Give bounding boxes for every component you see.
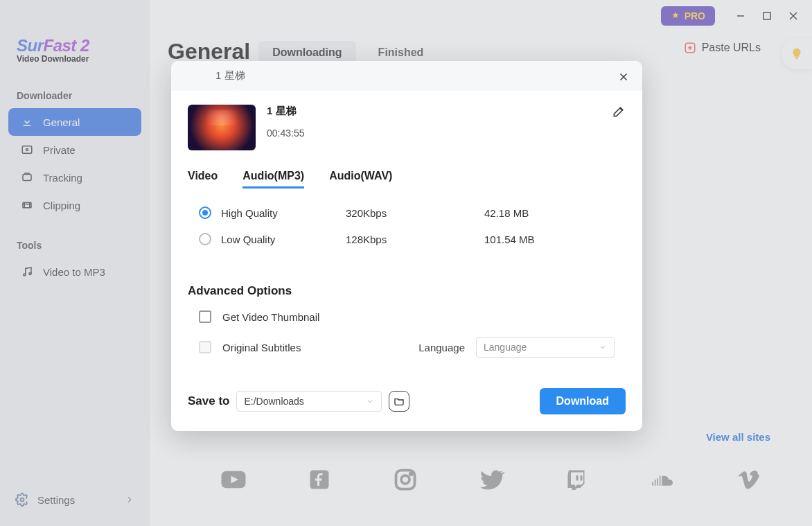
- language-label: Language: [418, 342, 465, 353]
- svg-point-6: [21, 498, 24, 502]
- advanced-options-title: Advanced Options: [171, 273, 642, 304]
- format-tabs: Video Audio(MP3) Audio(WAV): [171, 157, 642, 193]
- twitch-icon[interactable]: [563, 465, 592, 494]
- option-get-thumbnail[interactable]: Get Video Thumbnail: [171, 304, 642, 330]
- vimeo-icon[interactable]: [734, 465, 764, 494]
- view-all-sites-link[interactable]: View all sites: [706, 431, 770, 443]
- radio-unselected-icon: [199, 233, 211, 245]
- svg-point-13: [410, 473, 412, 475]
- modal-close-button[interactable]: [615, 68, 633, 86]
- site-row: [219, 465, 764, 494]
- sidebar-item-general[interactable]: General: [8, 108, 141, 136]
- save-row: Save to E:/Downloads Download: [171, 365, 642, 431]
- download-icon: [21, 116, 33, 128]
- edit-title-button[interactable]: [612, 105, 626, 119]
- svg-rect-2: [23, 175, 31, 181]
- sidebar-item-label: Tracking: [43, 172, 82, 184]
- logo-subtitle: Video Downloader: [17, 54, 133, 64]
- quality-size: 101.54 MB: [484, 234, 615, 245]
- twitter-icon[interactable]: [477, 465, 506, 494]
- bulb-icon: [789, 46, 804, 62]
- language-select[interactable]: Language: [476, 337, 615, 358]
- sidebar-item-label: Private: [43, 144, 76, 156]
- svg-point-5: [29, 273, 31, 275]
- quality-option-low[interactable]: Low Quality 128Kbps 101.54 MB: [188, 226, 626, 252]
- quality-rate: 320Kbps: [346, 207, 484, 219]
- quality-rate: 128Kbps: [346, 234, 484, 245]
- facebook-icon[interactable]: [305, 465, 334, 494]
- quality-list: High Quality 320Kbps 42.18 MB Low Qualit…: [171, 193, 642, 273]
- instagram-icon[interactable]: [391, 465, 420, 494]
- video-info-row: 1 星梯 00:43:55: [171, 91, 642, 157]
- sidebar-item-private[interactable]: Private: [8, 136, 141, 164]
- maximize-button[interactable]: [755, 6, 779, 26]
- tracking-icon: [21, 171, 33, 184]
- download-modal: 1 星梯 1 星梯 00:43:55 Video Audio(MP3) Audi…: [171, 61, 642, 431]
- clipping-icon: [21, 199, 33, 211]
- close-button[interactable]: [782, 6, 805, 26]
- logo-part-two: 2: [76, 36, 89, 55]
- checkbox-disabled-icon: [199, 341, 211, 353]
- pro-button[interactable]: PRO: [661, 6, 715, 26]
- pro-label: PRO: [685, 10, 705, 21]
- quality-option-high[interactable]: High Quality 320Kbps 42.18 MB: [188, 200, 626, 226]
- gear-icon: [15, 493, 29, 507]
- checkbox-unchecked-icon[interactable]: [199, 310, 211, 323]
- save-to-label: Save to: [188, 394, 229, 408]
- private-icon: [21, 143, 33, 156]
- paste-urls-label: Paste URLs: [702, 42, 761, 54]
- logo: SurFast 2 Video Downloader: [0, 10, 150, 69]
- sidebar-item-label: Video to MP3: [43, 266, 105, 278]
- section-tools: Tools: [0, 219, 150, 258]
- settings-button[interactable]: Settings: [0, 486, 150, 514]
- settings-label: Settings: [37, 494, 75, 506]
- save-path-value: E:/Downloads: [244, 396, 303, 407]
- youtube-icon[interactable]: [219, 465, 248, 494]
- sidebar-item-tracking[interactable]: Tracking: [8, 164, 141, 191]
- sidebar-item-clipping[interactable]: Clipping: [8, 191, 141, 219]
- tab-video[interactable]: Video: [188, 170, 218, 189]
- thumbnail-label: Get Video Thumbnail: [222, 311, 319, 323]
- subtitles-label: Original Subtitles: [222, 342, 301, 353]
- option-original-subtitles: Original Subtitles Language Language: [171, 330, 642, 365]
- tab-audio-mp3[interactable]: Audio(MP3): [242, 170, 304, 189]
- svg-point-1: [26, 149, 28, 151]
- logo-part-fast: Fast: [44, 36, 76, 55]
- chevron-down-icon: [599, 343, 607, 351]
- sidebar-item-label: General: [43, 116, 80, 128]
- sidebar-item-label: Clipping: [43, 200, 80, 211]
- minimize-button[interactable]: [729, 6, 752, 26]
- soundcloud-icon[interactable]: [648, 465, 678, 494]
- section-downloader: Downloader: [0, 69, 150, 108]
- quality-label: High Quality: [221, 207, 346, 219]
- chevron-right-icon: [125, 495, 134, 505]
- quality-label: Low Quality: [221, 234, 346, 245]
- download-button[interactable]: Download: [540, 388, 626, 414]
- video-duration: 00:43:55: [267, 128, 305, 139]
- video-thumbnail: [188, 105, 256, 150]
- svg-point-12: [401, 475, 409, 484]
- crown-icon: [671, 11, 680, 21]
- paste-urls-button[interactable]: Paste URLs: [684, 42, 761, 54]
- logo-part-sur: Sur: [17, 36, 44, 55]
- svg-rect-7: [764, 12, 770, 19]
- sidebar: SurFast 2 Video Downloader Downloader Ge…: [0, 0, 150, 526]
- modal-title: 1 星梯: [215, 69, 245, 82]
- video-title: 1 星梯: [267, 105, 305, 118]
- plus-icon: [684, 42, 696, 54]
- titlebar: PRO: [150, 0, 812, 32]
- open-folder-button[interactable]: [389, 391, 409, 412]
- modal-header: 1 星梯: [171, 61, 642, 91]
- tips-button[interactable]: [782, 39, 812, 69]
- chevron-down-icon: [366, 397, 374, 405]
- svg-point-4: [24, 274, 26, 276]
- quality-size: 42.18 MB: [484, 207, 615, 219]
- save-path-select[interactable]: E:/Downloads: [236, 391, 382, 412]
- radio-selected-icon: [199, 207, 211, 219]
- language-select-value: Language: [484, 342, 527, 353]
- music-icon: [21, 265, 33, 278]
- svg-rect-0: [22, 146, 32, 154]
- tab-audio-wav[interactable]: Audio(WAV): [329, 170, 392, 189]
- sidebar-item-video-to-mp3[interactable]: Video to MP3: [8, 258, 141, 286]
